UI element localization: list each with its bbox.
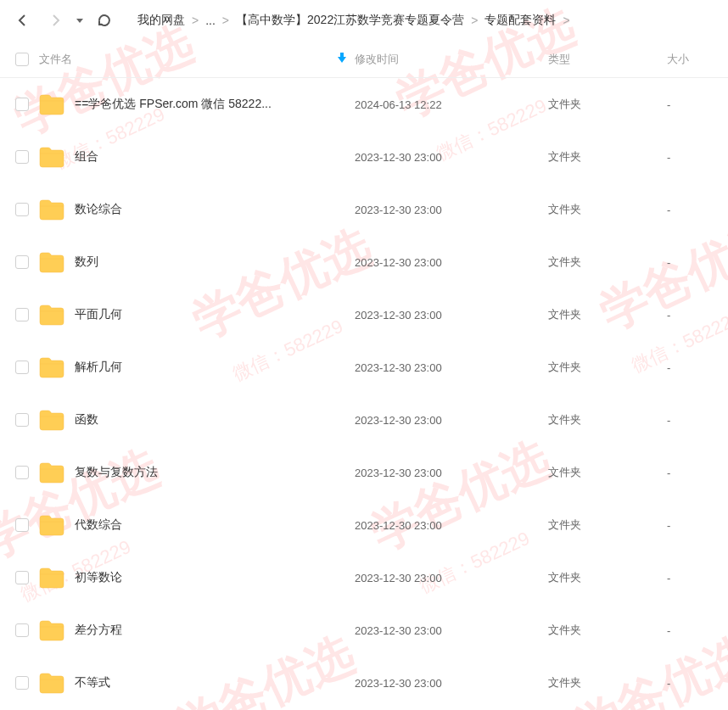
file-date: 2023-12-30 23:00 <box>355 572 548 584</box>
file-name: 复数与复数方法 <box>75 465 158 480</box>
file-name: 数论综合 <box>75 202 122 217</box>
folder-icon <box>39 356 64 378</box>
row-checkbox[interactable] <box>15 203 29 216</box>
file-date: 2023-12-30 23:00 <box>355 677 548 690</box>
file-row[interactable]: 解析几何 2023-12-30 23:00 文件夹 - <box>0 341 728 394</box>
file-name: 差分方程 <box>75 623 122 638</box>
file-size: - <box>667 309 713 321</box>
file-row[interactable]: ==学爸优选 FPSer.com 微信 58222... 2024-06-13 … <box>0 78 728 131</box>
file-name: ==学爸优选 FPSer.com 微信 58222... <box>75 97 272 112</box>
row-checkbox[interactable] <box>15 308 29 321</box>
row-checkbox[interactable] <box>15 98 29 111</box>
file-size: - <box>667 677 713 690</box>
file-type: 文件夹 <box>548 465 667 480</box>
file-type: 文件夹 <box>548 254 667 270</box>
file-row[interactable]: 平面几何 2023-12-30 23:00 文件夹 - <box>0 288 728 341</box>
row-checkbox[interactable] <box>15 255 29 269</box>
row-checkbox[interactable] <box>15 361 29 374</box>
file-row[interactable]: 组合 2023-12-30 23:00 文件夹 - <box>0 131 728 183</box>
row-checkbox[interactable] <box>15 518 29 532</box>
chevron-right-icon: > <box>221 14 231 27</box>
file-name: 数列 <box>75 254 98 270</box>
sort-arrow-icon[interactable] <box>338 53 346 65</box>
forward-button[interactable] <box>42 8 68 33</box>
chevron-right-icon: > <box>190 14 200 27</box>
chevron-right-icon: > <box>469 14 479 27</box>
breadcrumb: 我的网盘 > ... > 【高中数学】2022江苏数学竞赛专题夏令营 > 专题配… <box>137 13 572 28</box>
file-type: 文件夹 <box>548 360 667 375</box>
folder-icon <box>39 93 64 115</box>
file-size: - <box>667 414 713 427</box>
file-size: - <box>667 98 713 111</box>
file-size: - <box>667 151 713 164</box>
column-size[interactable]: 大小 <box>667 53 689 65</box>
row-checkbox[interactable] <box>15 150 29 164</box>
history-dropdown[interactable] <box>75 17 85 24</box>
file-size: - <box>667 256 713 269</box>
row-checkbox[interactable] <box>15 413 29 427</box>
file-row[interactable]: 代数综合 2023-12-30 23:00 文件夹 - <box>0 499 728 551</box>
select-all-checkbox[interactable] <box>15 53 29 66</box>
file-row[interactable]: 不等式 2023-12-30 23:00 文件夹 - <box>0 657 728 709</box>
folder-icon <box>39 461 64 484</box>
file-row[interactable]: 函数 2023-12-30 23:00 文件夹 - <box>0 394 728 446</box>
file-date: 2023-12-30 23:00 <box>355 256 548 269</box>
file-type: 文件夹 <box>548 570 667 585</box>
file-name: 代数综合 <box>75 517 122 533</box>
chevron-right-icon: > <box>561 14 571 27</box>
row-checkbox[interactable] <box>15 466 29 479</box>
row-checkbox[interactable] <box>15 623 29 637</box>
file-name: 平面几何 <box>75 307 122 322</box>
file-date: 2023-12-30 23:00 <box>355 519 548 532</box>
file-row[interactable]: 复数与复数方法 2023-12-30 23:00 文件夹 - <box>0 446 728 499</box>
folder-icon <box>39 146 64 168</box>
breadcrumb-current[interactable]: 专题配套资料 <box>484 13 556 28</box>
file-type: 文件夹 <box>548 149 667 165</box>
file-date: 2023-12-30 23:00 <box>355 309 548 321</box>
file-type: 文件夹 <box>548 675 667 690</box>
file-size: - <box>667 624 713 637</box>
file-size: - <box>667 204 713 216</box>
file-row[interactable]: 数论综合 2023-12-30 23:00 文件夹 - <box>0 183 728 236</box>
file-size: - <box>667 572 713 584</box>
file-type: 文件夹 <box>548 412 667 428</box>
file-type: 文件夹 <box>548 307 667 322</box>
file-name: 组合 <box>75 149 98 165</box>
file-name: 不等式 <box>75 675 110 690</box>
svg-marker-0 <box>76 19 83 23</box>
file-row[interactable]: 差分方程 2023-12-30 23:00 文件夹 - <box>0 604 728 657</box>
folder-icon <box>39 251 64 273</box>
file-type: 文件夹 <box>548 517 667 533</box>
file-date: 2023-12-30 23:00 <box>355 204 548 216</box>
file-row[interactable]: 初等数论 2023-12-30 23:00 文件夹 - <box>0 551 728 604</box>
folder-icon <box>39 619 64 641</box>
table-header: 文件名 修改时间 类型 大小 <box>0 41 728 78</box>
breadcrumb-ellipsis[interactable]: ... <box>205 14 216 27</box>
file-date: 2023-12-30 23:00 <box>355 467 548 479</box>
file-date: 2023-12-30 23:00 <box>355 151 548 164</box>
breadcrumb-mid[interactable]: 【高中数学】2022江苏数学竞赛专题夏令营 <box>236 13 464 28</box>
file-name: 函数 <box>75 412 98 428</box>
svg-marker-1 <box>338 53 346 63</box>
row-checkbox[interactable] <box>15 676 29 690</box>
back-button[interactable] <box>10 8 36 33</box>
file-date: 2024-06-13 12:22 <box>355 98 548 111</box>
folder-icon <box>39 409 64 431</box>
file-row[interactable]: 数列 2023-12-30 23:00 文件夹 - <box>0 236 728 288</box>
folder-icon <box>39 304 64 326</box>
column-date[interactable]: 修改时间 <box>355 53 399 65</box>
column-name[interactable]: 文件名 <box>39 52 72 67</box>
file-type: 文件夹 <box>548 97 667 112</box>
file-name: 解析几何 <box>75 360 122 375</box>
toolbar: 我的网盘 > ... > 【高中数学】2022江苏数学竞赛专题夏令营 > 专题配… <box>0 0 728 41</box>
file-date: 2023-12-30 23:00 <box>355 414 548 427</box>
breadcrumb-root[interactable]: 我的网盘 <box>137 13 185 28</box>
file-type: 文件夹 <box>548 623 667 638</box>
column-type[interactable]: 类型 <box>548 53 570 65</box>
file-name: 初等数论 <box>75 570 122 585</box>
folder-icon <box>39 672 64 694</box>
refresh-button[interactable] <box>92 8 117 33</box>
folder-icon <box>39 514 64 536</box>
file-type: 文件夹 <box>548 202 667 217</box>
row-checkbox[interactable] <box>15 571 29 584</box>
